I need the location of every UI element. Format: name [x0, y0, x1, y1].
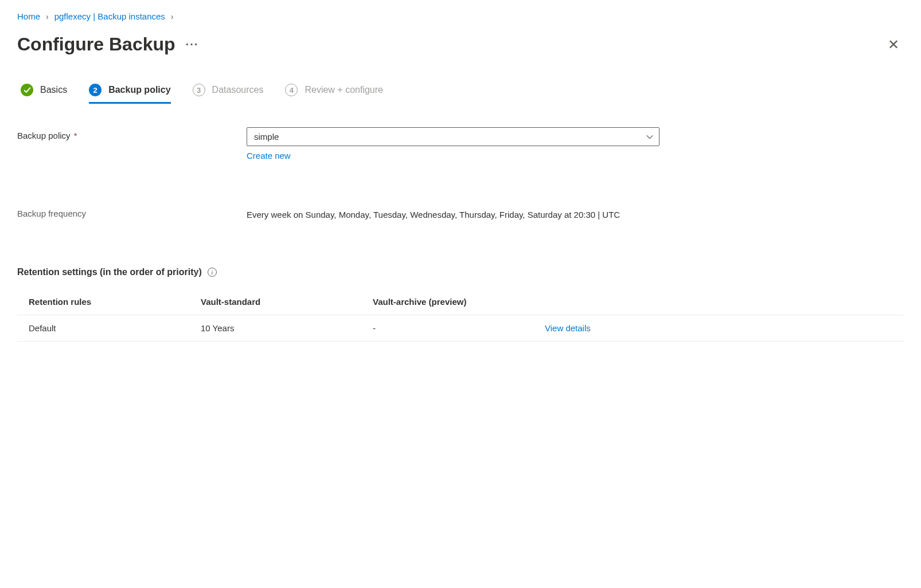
cell-vault-archive: - [373, 323, 545, 333]
wizard-steps: Basics 2 Backup policy 3 Datasources 4 R… [17, 84, 904, 102]
page-title: Configure Backup ··· [17, 34, 198, 55]
col-vault-standard: Vault-standard [201, 297, 373, 307]
breadcrumb-instance[interactable]: pgflexecy | Backup instances [54, 11, 165, 21]
col-retention-rules: Retention rules [29, 297, 201, 307]
backup-policy-label: Backup policy * [17, 127, 247, 160]
page-title-text: Configure Backup [17, 34, 175, 55]
chevron-right-icon: › [171, 12, 174, 21]
backup-policy-select[interactable]: simple [247, 127, 659, 146]
chevron-right-icon: › [46, 12, 49, 21]
backup-frequency-row: Backup frequency Every week on Sunday, M… [17, 205, 904, 222]
step-basics-label: Basics [40, 85, 67, 95]
step-number-icon: 2 [89, 84, 102, 96]
col-vault-archive: Vault-archive (preview) [373, 297, 545, 307]
step-number-icon: 3 [193, 84, 205, 96]
check-circle-icon [21, 84, 33, 96]
retention-section-title: Retention settings (in the order of prio… [17, 267, 904, 277]
step-backup-policy-label: Backup policy [108, 85, 170, 95]
retention-title-text: Retention settings (in the order of prio… [17, 267, 202, 277]
step-review[interactable]: 4 Review + configure [285, 84, 383, 102]
breadcrumb: Home › pgflexecy | Backup instances › [17, 11, 904, 21]
step-number-icon: 4 [285, 84, 298, 96]
cell-rule-name: Default [29, 323, 201, 333]
table-row: Default 10 Years - View details [17, 315, 904, 342]
create-new-link[interactable]: Create new [247, 151, 291, 160]
step-datasources[interactable]: 3 Datasources [193, 84, 264, 102]
view-details-link[interactable]: View details [545, 323, 591, 333]
page-header: Configure Backup ··· ✕ [17, 34, 904, 55]
cell-vault-standard: 10 Years [201, 323, 373, 333]
close-button[interactable]: ✕ [883, 34, 904, 55]
required-asterisk: * [72, 131, 77, 140]
backup-policy-label-text: Backup policy [17, 131, 71, 140]
step-datasources-label: Datasources [212, 85, 264, 95]
info-icon[interactable]: i [208, 268, 217, 277]
step-basics[interactable]: Basics [21, 84, 67, 102]
step-review-label: Review + configure [305, 85, 383, 95]
backup-frequency-value: Every week on Sunday, Monday, Tuesday, W… [247, 205, 659, 222]
step-backup-policy[interactable]: 2 Backup policy [89, 84, 170, 104]
breadcrumb-home[interactable]: Home [17, 11, 40, 21]
retention-table: Retention rules Vault-standard Vault-arc… [17, 289, 904, 342]
table-header: Retention rules Vault-standard Vault-arc… [17, 289, 904, 315]
backup-policy-row: Backup policy * simple Create new [17, 127, 904, 160]
backup-frequency-label: Backup frequency [17, 205, 247, 222]
more-actions-button[interactable]: ··· [186, 38, 199, 51]
